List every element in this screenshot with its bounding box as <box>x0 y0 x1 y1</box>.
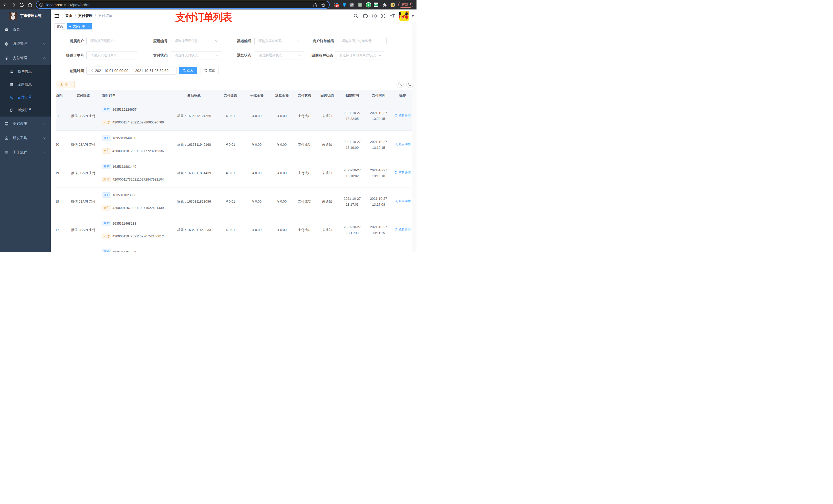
svg-text:¥: ¥ <box>11 96 13 99</box>
svg-text:?: ? <box>374 14 375 18</box>
